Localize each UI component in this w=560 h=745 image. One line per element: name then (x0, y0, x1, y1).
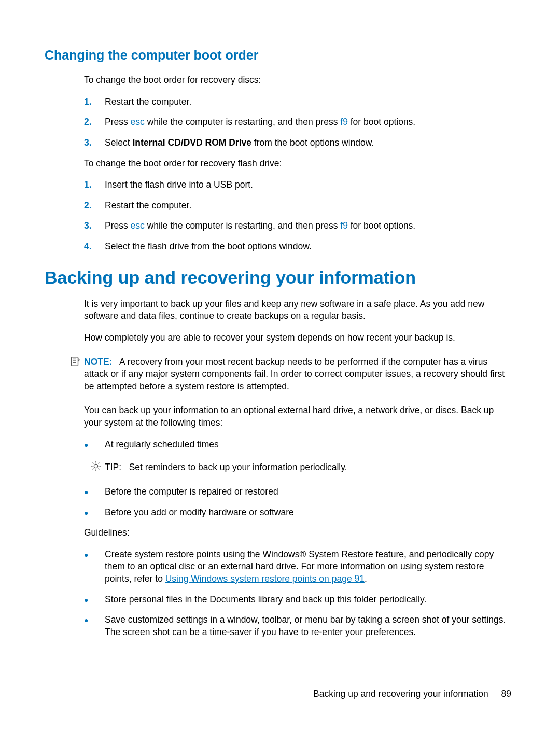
svg-point-4 (94, 465, 97, 468)
list-number: 3. (84, 220, 105, 232)
svg-rect-0 (72, 357, 78, 366)
list-item: 2. Press esc while the computer is resta… (84, 116, 511, 129)
note-body: A recovery from your most recent backup … (84, 357, 505, 391)
key-f9: f9 (340, 220, 348, 231)
note-callout: NOTE: A recovery from your most recent b… (84, 354, 511, 396)
list-item: ● Store personal files in the Documents … (84, 594, 511, 606)
list-item: 2. Restart the computer. (84, 200, 511, 212)
list-item: 4. Select the flash drive from the boot … (84, 241, 511, 253)
footer-text: Backing up and recovering your informati… (313, 688, 488, 699)
list-text: Select Internal CD/DVD ROM Drive from th… (105, 137, 374, 149)
list-text: Restart the computer. (105, 200, 191, 212)
paragraph: You can back up your information to an o… (84, 404, 511, 429)
list-text: Save customized settings in a window, to… (105, 614, 511, 638)
note-label: NOTE: (84, 357, 112, 367)
list-text: Before the computer is repaired or resto… (105, 486, 278, 498)
text-fragment: while the computer is restarting, and th… (145, 220, 340, 231)
list-text: Press esc while the computer is restarti… (105, 220, 415, 232)
list-text: Create system restore points using the W… (105, 549, 511, 585)
key-esc: esc (131, 220, 145, 231)
list-text: Restart the computer. (105, 96, 191, 108)
bold-text: Internal CD/DVD ROM Drive (133, 137, 251, 148)
page-footer: Backing up and recovering your informati… (313, 688, 511, 699)
link-restore-points[interactable]: Using Windows system restore points on p… (165, 573, 365, 584)
list-flash: 1. Insert the flash drive into a USB por… (84, 179, 511, 253)
list-item: ● Save customized settings in a window, … (84, 614, 511, 638)
text-fragment: Press (105, 220, 131, 231)
list-text: Insert the flash drive into a USB port. (105, 179, 253, 191)
bullet-icon: ● (84, 614, 105, 638)
list-number: 1. (84, 179, 105, 191)
svg-line-9 (93, 463, 94, 464)
list-number: 3. (84, 137, 105, 149)
heading-boot-order: Changing the computer boot order (45, 48, 511, 63)
text-fragment: for boot options. (348, 220, 415, 231)
list-text: Before you add or modify hardware or sof… (105, 507, 294, 519)
list-text: At regularly scheduled times (105, 439, 219, 451)
list-item: ● Create system restore points using the… (84, 549, 511, 585)
bullet-icon: ● (84, 439, 105, 451)
svg-line-12 (99, 463, 100, 464)
list-text: Store personal files in the Documents li… (105, 594, 426, 606)
intro-discs: To change the boot order for recovery di… (84, 74, 511, 87)
list-item: 1. Restart the computer. (84, 96, 511, 108)
text-fragment: for boot options. (348, 117, 415, 127)
bullet-list: ● At regularly scheduled times (84, 439, 511, 451)
list-discs: 1. Restart the computer. 2. Press esc wh… (84, 96, 511, 149)
bullet-icon: ● (84, 486, 105, 498)
bullet-icon: ● (84, 549, 105, 585)
key-f9: f9 (340, 117, 348, 127)
tip-body: Set reminders to back up your informatio… (129, 462, 347, 472)
paragraph: It is very important to back up your fil… (84, 298, 511, 322)
list-item: ● Before you add or modify hardware or s… (84, 507, 511, 519)
bullet-list: ● Create system restore points using the… (84, 549, 511, 639)
list-item: 1. Insert the flash drive into a USB por… (84, 179, 511, 191)
paragraph: How completely you are able to recover y… (84, 332, 511, 344)
key-esc: esc (131, 117, 145, 127)
list-item: ● Before the computer is repaired or res… (84, 486, 511, 498)
page-number: 89 (501, 688, 511, 699)
tip-label: TIP: (105, 462, 121, 472)
svg-line-11 (93, 469, 94, 470)
text-fragment: . (365, 573, 367, 584)
text-fragment: from the boot options window. (251, 137, 374, 148)
list-number: 1. (84, 96, 105, 108)
list-item: 3. Press esc while the computer is resta… (84, 220, 511, 232)
intro-flash: To change the boot order for recovery fl… (84, 158, 511, 170)
bullet-list: ● Before the computer is repaired or res… (84, 486, 511, 518)
note-icon (69, 356, 81, 369)
text-fragment: Press (105, 117, 131, 127)
text-fragment: while the computer is restarting, and th… (145, 117, 340, 127)
list-number: 2. (84, 116, 105, 129)
list-number: 2. (84, 200, 105, 212)
tip-icon (90, 460, 102, 474)
bullet-icon: ● (84, 507, 105, 519)
svg-line-10 (99, 469, 100, 470)
bullet-icon: ● (84, 594, 105, 606)
list-number: 4. (84, 241, 105, 253)
list-item: ● At regularly scheduled times (84, 439, 511, 451)
paragraph: Guidelines: (84, 527, 511, 539)
tip-callout: TIP: Set reminders to back up your infor… (105, 459, 511, 476)
list-item: 3. Select Internal CD/DVD ROM Drive from… (84, 137, 511, 149)
list-text: Select the flash drive from the boot opt… (105, 241, 312, 253)
list-text: Press esc while the computer is restarti… (105, 116, 415, 129)
text-fragment: Select (105, 137, 133, 148)
heading-backup: Backing up and recovering your informati… (45, 268, 511, 288)
